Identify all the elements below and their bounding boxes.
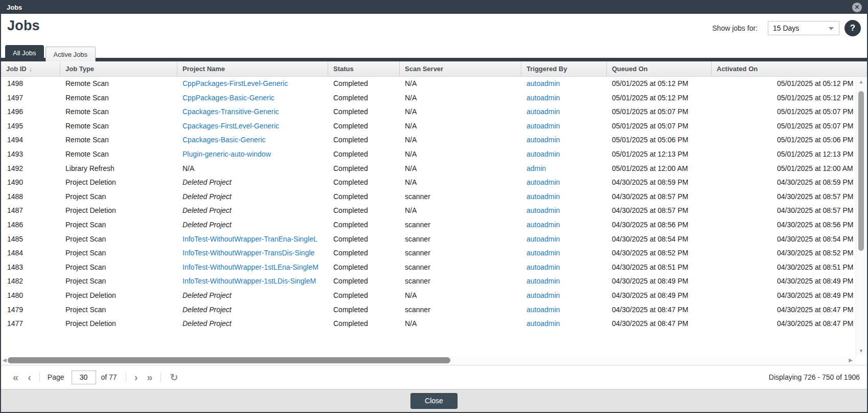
column-header-project-name[interactable]: Project Name bbox=[177, 61, 328, 77]
horizontal-scrollbar[interactable]: ◀ ▶ bbox=[1, 356, 856, 365]
cell-triggered-by[interactable]: autoadmin bbox=[521, 77, 607, 91]
table-header: Job ID↓ Job Type Project Name Status Sca… bbox=[1, 61, 867, 77]
column-header-label: Job ID bbox=[6, 65, 27, 73]
column-header-scan-server[interactable]: Scan Server bbox=[400, 61, 521, 77]
cell-triggered-by[interactable]: autoadmin bbox=[521, 91, 607, 105]
cell-project-name: Deleted Project bbox=[177, 204, 328, 218]
table-row[interactable]: 1493Remote ScanPlugin-generic-auto-windo… bbox=[1, 147, 856, 162]
vertical-scrollbar[interactable]: ▲ ▼ bbox=[856, 77, 865, 356]
tabs: All Jobs Active Jobs bbox=[5, 45, 97, 61]
cell-triggered-by[interactable]: autoadmin bbox=[521, 274, 607, 289]
help-icon[interactable]: ? bbox=[844, 20, 861, 36]
dialog-title: Jobs bbox=[1, 4, 22, 11]
cell-activated-on: 04/30/2025 at 08:47 PM bbox=[712, 303, 856, 317]
cell-project-name: N/A bbox=[177, 162, 328, 176]
table-row[interactable]: 1483Project ScanInfoTest-WithoutWrapper-… bbox=[1, 260, 856, 275]
show-jobs-for-label: Show jobs for: bbox=[681, 21, 758, 35]
cell-triggered-by[interactable]: autoadmin bbox=[521, 119, 607, 134]
table-row[interactable]: 1482Project ScanInfoTest-WithoutWrapper-… bbox=[1, 274, 856, 289]
cell-triggered-by[interactable]: autoadmin bbox=[521, 105, 607, 119]
cell-status: Completed bbox=[328, 77, 400, 91]
scroll-right-icon[interactable]: ▶ bbox=[849, 357, 853, 364]
table-row[interactable]: 1498Remote ScanCppPackages-FirstLevel-Ge… bbox=[1, 77, 856, 91]
scroll-down-icon[interactable]: ▼ bbox=[856, 348, 866, 354]
cell-triggered-by[interactable]: autoadmin bbox=[521, 317, 607, 331]
cell-project-name[interactable]: CppPackages-FirstLevel-Generic bbox=[177, 77, 328, 91]
show-jobs-for-value: 15 Days bbox=[773, 24, 799, 32]
cell-triggered-by[interactable]: autoadmin bbox=[521, 190, 607, 204]
cell-triggered-by[interactable]: autoadmin bbox=[521, 204, 607, 218]
cell-triggered-by[interactable]: autoadmin bbox=[521, 246, 607, 260]
cell-queued-on: 04/30/2025 at 08:54 PM bbox=[607, 232, 712, 247]
table-row[interactable]: 1496Remote ScanCpackages-Transitive-Gene… bbox=[1, 105, 856, 119]
first-page-button[interactable]: « bbox=[8, 371, 23, 383]
table-row[interactable]: 1484Project ScanInfoTest-WithoutWrapper-… bbox=[1, 246, 856, 260]
cell-activated-on: 05/01/2025 at 05:07 PM bbox=[712, 119, 856, 134]
cell-triggered-by[interactable]: autoadmin bbox=[521, 133, 607, 147]
cell-project-name[interactable]: Cpackages-FirstLevel-Generic bbox=[177, 119, 328, 134]
cell-job-id: 1485 bbox=[1, 232, 60, 247]
column-header-job-id[interactable]: Job ID↓ bbox=[1, 61, 60, 77]
column-header-job-type[interactable]: Job Type bbox=[60, 61, 177, 77]
horizontal-scrollbar-thumb[interactable] bbox=[8, 357, 450, 363]
last-page-button[interactable]: » bbox=[142, 371, 157, 383]
cell-triggered-by[interactable]: autoadmin bbox=[521, 147, 607, 162]
refresh-icon[interactable]: ↻ bbox=[165, 372, 183, 383]
table-row[interactable]: 1486Project ScanDeleted ProjectCompleted… bbox=[1, 218, 856, 232]
cell-project-name[interactable]: CppPackages-Basic-Generic bbox=[177, 91, 328, 105]
cell-scan-server: N/A bbox=[400, 204, 521, 218]
cell-project-name[interactable]: InfoTest-WithoutWrapper-1stLEna-SingleM bbox=[177, 260, 328, 275]
tab-all-jobs[interactable]: All Jobs bbox=[5, 45, 44, 61]
table-row[interactable]: 1495Remote ScanCpackages-FirstLevel-Gene… bbox=[1, 119, 856, 134]
cell-triggered-by[interactable]: autoadmin bbox=[521, 232, 607, 247]
cell-project-name[interactable]: InfoTest-WithoutWrapper-TransDis-Single bbox=[177, 246, 328, 260]
displaying-range-label: Displaying 726 - 750 of 1906 bbox=[769, 373, 867, 381]
table-row[interactable]: 1490Project DeletionDeleted ProjectCompl… bbox=[1, 176, 856, 190]
table-row[interactable]: 1485Project ScanInfoTest-WithoutWrapper-… bbox=[1, 232, 856, 247]
cell-status: Completed bbox=[328, 232, 400, 247]
scroll-left-icon[interactable]: ◀ bbox=[3, 357, 7, 364]
cell-activated-on: 04/30/2025 at 08:47 PM bbox=[712, 317, 856, 331]
cell-job-type: Remote Scan bbox=[60, 105, 177, 119]
table-row[interactable]: 1488Project ScanDeleted ProjectCompleted… bbox=[1, 190, 856, 204]
cell-project-name[interactable]: Plugin-generic-auto-window bbox=[177, 147, 328, 162]
table-row[interactable]: 1479Project ScanDeleted ProjectCompleted… bbox=[1, 303, 856, 317]
cell-status: Completed bbox=[328, 162, 400, 176]
cell-job-type: Project Scan bbox=[60, 232, 177, 247]
cell-project-name[interactable]: InfoTest-WithoutWrapper-TranEna-SingleL bbox=[177, 232, 328, 247]
close-button[interactable]: Close bbox=[410, 393, 458, 409]
next-page-button[interactable]: › bbox=[130, 371, 143, 383]
cell-triggered-by[interactable]: admin bbox=[521, 162, 607, 176]
tab-active-jobs[interactable]: Active Jobs bbox=[45, 47, 96, 61]
table-row[interactable]: 1480Project DeletionDeleted ProjectCompl… bbox=[1, 289, 856, 303]
cell-activated-on: 05/01/2025 at 05:12 PM bbox=[712, 77, 856, 91]
column-header-activated-on[interactable]: Activated On bbox=[712, 61, 867, 77]
show-jobs-for-select[interactable]: 15 Days bbox=[768, 21, 839, 35]
table-row[interactable]: 1497Remote ScanCppPackages-Basic-Generic… bbox=[1, 91, 856, 105]
cell-status: Completed bbox=[328, 260, 400, 275]
cell-project-name[interactable]: InfoTest-WithoutWrapper-1stLDis-SingleM bbox=[177, 274, 328, 289]
cell-job-type: Remote Scan bbox=[60, 147, 177, 162]
table-row[interactable]: 1492Library RefreshN/ACompletedN/Aadmin0… bbox=[1, 162, 856, 176]
cell-activated-on: 05/01/2025 at 12:13 PM bbox=[712, 147, 856, 162]
vertical-scrollbar-thumb[interactable] bbox=[858, 91, 864, 251]
scroll-up-icon[interactable]: ▲ bbox=[856, 79, 866, 84]
page-number-input[interactable] bbox=[72, 371, 96, 384]
previous-page-button[interactable]: ‹ bbox=[23, 371, 36, 383]
table-row[interactable]: 1494Remote ScanCpackages-Basic-GenericCo… bbox=[1, 133, 856, 147]
cell-triggered-by[interactable]: autoadmin bbox=[521, 303, 607, 317]
cell-project-name[interactable]: Cpackages-Basic-Generic bbox=[177, 133, 328, 147]
cell-triggered-by[interactable]: autoadmin bbox=[521, 176, 607, 190]
table-row[interactable]: 1477Project DeletionDeleted ProjectCompl… bbox=[1, 317, 856, 331]
column-header-triggered-by[interactable]: Triggered By bbox=[521, 61, 607, 77]
toolbar-separator bbox=[161, 372, 161, 382]
cell-project-name[interactable]: Cpackages-Transitive-Generic bbox=[177, 105, 328, 119]
table-row[interactable]: 1487Project DeletionDeleted ProjectCompl… bbox=[1, 204, 856, 218]
cell-triggered-by[interactable]: autoadmin bbox=[521, 218, 607, 232]
column-header-status[interactable]: Status bbox=[328, 61, 400, 77]
cell-triggered-by[interactable]: autoadmin bbox=[521, 289, 607, 303]
cell-scan-server: N/A bbox=[400, 147, 521, 162]
close-icon[interactable]: ✕ bbox=[852, 3, 862, 12]
column-header-queued-on[interactable]: Queued On bbox=[607, 61, 712, 77]
cell-triggered-by[interactable]: autoadmin bbox=[521, 260, 607, 275]
